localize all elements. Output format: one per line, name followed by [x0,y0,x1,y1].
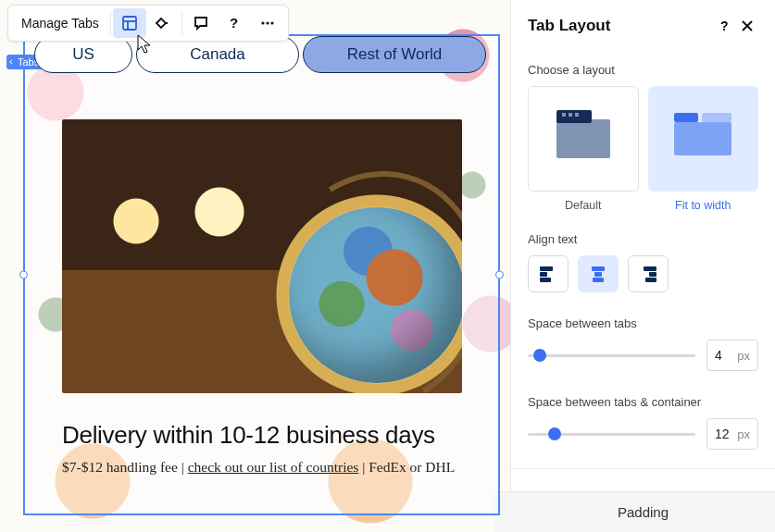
svg-rect-0 [123,17,136,30]
layout-option-default[interactable] [528,86,639,192]
close-icon[interactable] [736,15,758,37]
choose-layout-label: Choose a layout [528,63,758,77]
svg-point-6 [270,21,273,24]
divider [511,468,775,469]
globe-image[interactable] [62,119,462,393]
comment-icon[interactable] [184,8,218,38]
layout-caption-fit: Fit to width [648,199,759,212]
tab-strip: US Canada Rest of World [34,36,489,73]
countries-link[interactable]: check out our list of countries [188,459,359,475]
space-between-tabs-input[interactable]: 4px [706,340,758,371]
space-tabs-container-input[interactable]: 12px [706,418,758,450]
tab-us[interactable]: US [34,36,132,73]
resize-handle-right[interactable] [495,271,504,279]
content-subline[interactable]: $7-$12 handling fee | check out our list… [62,459,461,476]
space-tabs-container-slider[interactable] [528,420,695,448]
align-right-button[interactable] [628,255,669,292]
manage-tabs-button[interactable]: Manage Tabs [12,16,108,31]
space-between-tabs-label: Space between tabs [528,316,758,330]
cursor-icon [136,33,155,56]
space-between-tabs-slider[interactable] [528,341,695,369]
align-text-label: Align text [528,232,758,246]
space-tabs-container-label: Space between tabs & container [528,395,758,409]
help-icon[interactable]: ? [218,8,251,38]
panel-help-icon[interactable]: ? [714,15,736,37]
content-headline[interactable]: Delivery within 10-12 business days [62,421,461,450]
tab-rest-of-world[interactable]: Rest of World [303,36,486,73]
layout-caption-default: Default [528,199,639,212]
svg-text:?: ? [230,15,238,31]
handling-fee-text: $7-$12 handling fee | [62,459,188,475]
tab-canada[interactable]: Canada [136,36,299,73]
layout-option-fit-to-width[interactable] [648,86,759,192]
separator [110,12,111,34]
align-left-button[interactable] [528,255,569,292]
shipping-text: | FedEx or DHL [358,459,455,475]
svg-text:?: ? [720,19,729,33]
tab-layout-panel: Tab Layout ? Choose a layout Default Fit… [510,0,775,532]
separator [181,12,182,34]
align-center-button[interactable] [578,255,619,292]
panel-title: Tab Layout [528,17,714,35]
more-icon[interactable] [251,8,284,38]
tabs-widget-selection[interactable]: Tabs US Canada Rest of World Delivery wi… [23,34,500,515]
tab-content: Delivery within 10-12 business days $7-$… [62,119,461,476]
svg-point-4 [261,21,264,24]
svg-point-5 [266,21,269,24]
padding-section[interactable]: Padding [494,491,775,532]
resize-handle-left[interactable] [19,271,28,279]
